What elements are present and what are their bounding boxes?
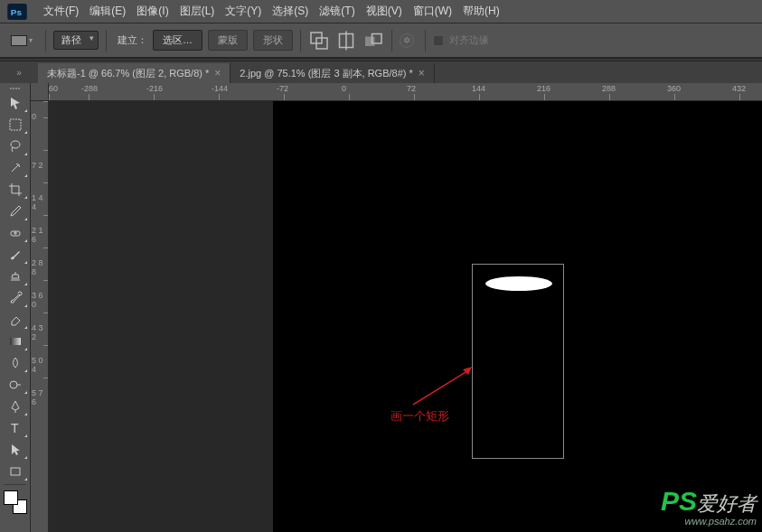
watermark-ps: PS bbox=[661, 486, 697, 516]
menu-type[interactable]: 文字(Y) bbox=[220, 4, 267, 19]
gear-icon[interactable]: ✲ bbox=[400, 33, 414, 48]
panel-grip-icon[interactable] bbox=[0, 85, 30, 92]
ruler-origin[interactable] bbox=[31, 83, 49, 101]
dodge-tool[interactable] bbox=[2, 374, 29, 396]
rectangle-tool[interactable] bbox=[2, 461, 29, 482]
path-operations-icon[interactable] bbox=[308, 31, 330, 51]
document-tabs: 未标题-1 @ 66.7% (图层 2, RGB/8) *× 2.jpg @ 7… bbox=[0, 61, 762, 83]
menu-edit[interactable]: 编辑(E) bbox=[84, 4, 131, 19]
svg-text:Ps: Ps bbox=[11, 6, 23, 16]
make-label: 建立： bbox=[118, 33, 147, 47]
brush-tool[interactable] bbox=[2, 244, 29, 266]
align-edges-checkbox[interactable]: 对齐边缘 bbox=[433, 33, 489, 47]
document-canvas[interactable]: 画一个矩形 bbox=[273, 101, 762, 532]
canvas-area: -360-288-216-144-72072144216288360432504… bbox=[31, 83, 762, 532]
svg-rect-8 bbox=[10, 119, 21, 130]
document-tab-active[interactable]: 未标题-1 @ 66.7% (图层 2, RGB/8) *× bbox=[38, 63, 230, 83]
healing-brush-tool[interactable] bbox=[2, 222, 29, 244]
gradient-tool[interactable] bbox=[2, 331, 29, 352]
tools-panel: T bbox=[0, 83, 31, 532]
tab-label: 2.jpg @ 75.1% (图层 3 副本, RGB/8#) * bbox=[240, 67, 413, 80]
align-edges-label: 对齐边缘 bbox=[449, 33, 489, 47]
svg-text:T: T bbox=[11, 421, 19, 435]
fill-swatch[interactable]: ▾ bbox=[11, 35, 38, 46]
annotation-text: 画一个矩形 bbox=[390, 408, 449, 425]
annotation-arrow-icon bbox=[409, 364, 476, 407]
path-selection-tool[interactable] bbox=[2, 439, 29, 461]
type-tool[interactable]: T bbox=[2, 417, 29, 439]
menu-layer[interactable]: 图层(L) bbox=[174, 4, 221, 19]
horizontal-ruler[interactable]: -360-288-216-144-72072144216288360432504… bbox=[49, 83, 762, 101]
watermark: PS爱好者 www.psahz.com bbox=[661, 486, 757, 527]
options-bar: ▾ 路径 建立： 选区… 蒙版 形状 ✲ 对齐边缘 bbox=[0, 23, 762, 58]
document-tab[interactable]: 2.jpg @ 75.1% (图层 3 副本, RGB/8#) *× bbox=[230, 63, 435, 83]
menu-view[interactable]: 视图(V) bbox=[361, 4, 408, 19]
color-swatches[interactable] bbox=[4, 490, 27, 514]
watermark-url: www.psahz.com bbox=[661, 516, 757, 527]
svg-rect-17 bbox=[11, 468, 20, 475]
menu-filter[interactable]: 滤镜(T) bbox=[314, 4, 360, 19]
close-tab-icon[interactable]: × bbox=[214, 67, 221, 79]
menu-select[interactable]: 选择(S) bbox=[267, 4, 314, 19]
svg-point-14 bbox=[10, 381, 17, 388]
close-tab-icon[interactable]: × bbox=[419, 67, 425, 79]
separator bbox=[106, 30, 107, 51]
make-mask-button[interactable]: 蒙版 bbox=[208, 30, 248, 51]
separator bbox=[425, 30, 426, 51]
path-arrangement-icon[interactable] bbox=[362, 31, 384, 51]
make-selection-button[interactable]: 选区… bbox=[153, 30, 202, 51]
svg-line-18 bbox=[413, 369, 470, 405]
foreground-swatch[interactable] bbox=[4, 490, 18, 505]
crop-tool[interactable] bbox=[2, 179, 29, 201]
menu-file[interactable]: 文件(F) bbox=[38, 4, 84, 19]
separator bbox=[45, 30, 46, 51]
clone-stamp-tool[interactable] bbox=[2, 266, 29, 287]
history-brush-tool[interactable] bbox=[2, 287, 29, 309]
vertical-ruler[interactable]: 07 21 4 42 1 62 8 83 6 04 3 25 0 45 7 6 bbox=[31, 101, 49, 532]
blur-tool[interactable] bbox=[2, 352, 29, 374]
separator bbox=[391, 30, 392, 51]
separator bbox=[300, 30, 301, 51]
marquee-tool[interactable] bbox=[2, 114, 29, 135]
magic-wand-tool[interactable] bbox=[2, 157, 29, 179]
photoshop-logo-icon: Ps bbox=[7, 4, 27, 20]
workspace: T ⋮ -360-288-216-144-7207214421628836043… bbox=[0, 83, 762, 532]
menu-help[interactable]: 帮助(H) bbox=[457, 4, 505, 19]
eraser-tool[interactable] bbox=[2, 309, 29, 331]
eyedropper-tool[interactable] bbox=[2, 201, 29, 222]
move-tool[interactable] bbox=[2, 92, 29, 114]
make-shape-button[interactable]: 形状 bbox=[253, 30, 293, 51]
watermark-cn: 爱好者 bbox=[697, 492, 757, 515]
tab-label: 未标题-1 @ 66.7% (图层 2, RGB/8) * bbox=[47, 67, 209, 80]
pen-tool[interactable] bbox=[2, 396, 29, 417]
menu-bar: Ps 文件(F) 编辑(E) 图像(I) 图层(L) 文字(Y) 选择(S) 滤… bbox=[0, 0, 762, 23]
menu-window[interactable]: 窗口(W) bbox=[408, 4, 457, 19]
path-alignment-icon[interactable] bbox=[335, 31, 357, 51]
rectangle-path[interactable] bbox=[472, 264, 564, 459]
svg-point-9 bbox=[11, 141, 20, 148]
menu-image[interactable]: 图像(I) bbox=[131, 4, 174, 19]
tool-mode-dropdown[interactable]: 路径 bbox=[53, 31, 99, 50]
tool-separator bbox=[4, 484, 26, 485]
tab-scroll-chevrons[interactable]: » bbox=[0, 61, 38, 83]
svg-rect-13 bbox=[10, 338, 21, 345]
lasso-tool[interactable] bbox=[2, 135, 29, 157]
svg-rect-6 bbox=[365, 36, 375, 46]
